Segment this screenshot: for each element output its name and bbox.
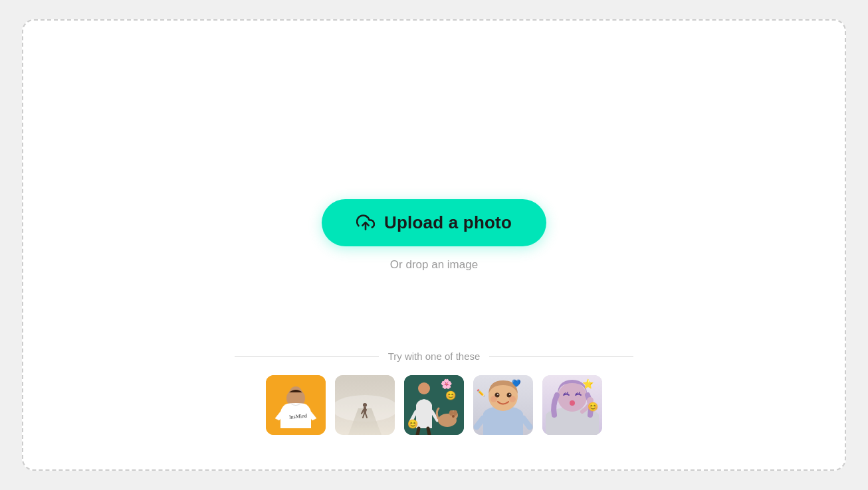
upload-button[interactable]: Upload a photo — [322, 199, 546, 246]
upload-button-label: Upload a photo — [384, 212, 512, 233]
svg-point-32 — [509, 396, 516, 402]
svg-point-31 — [490, 396, 497, 402]
svg-text:😊: 😊 — [588, 401, 599, 412]
drop-hint-text: Or drop an image — [390, 258, 478, 272]
sample-label: Try with one of these — [388, 351, 481, 362]
svg-text:😊: 😊 — [407, 418, 419, 430]
svg-point-29 — [497, 394, 498, 395]
upload-section: Upload a photo Or drop an image — [322, 199, 546, 272]
upload-icon — [356, 213, 375, 232]
svg-text:⭐: ⭐ — [582, 378, 594, 390]
sample-image-woman-kiss[interactable]: ⭐ 😊 — [542, 375, 602, 435]
svg-point-44 — [570, 400, 575, 406]
svg-point-30 — [509, 394, 510, 395]
sample-label-row: Try with one of these — [235, 351, 633, 362]
svg-rect-13 — [335, 375, 395, 435]
drop-zone[interactable]: Upload a photo Or drop an image Try with… — [22, 19, 846, 471]
sample-image-person-walking[interactable] — [335, 375, 395, 435]
sample-images-row: InsMind — [266, 375, 602, 435]
sample-image-child[interactable]: 💙 ✏️ — [473, 375, 533, 435]
svg-point-19 — [449, 410, 453, 416]
svg-text:💙: 💙 — [512, 378, 521, 388]
svg-point-15 — [418, 382, 430, 394]
svg-point-18 — [453, 410, 457, 416]
sample-image-tshirt[interactable]: InsMind — [266, 375, 326, 435]
svg-text:😊: 😊 — [445, 390, 457, 401]
sample-image-woman-dog[interactable]: 🌸 😊 😊 — [404, 375, 464, 435]
right-divider — [489, 356, 633, 357]
svg-point-4 — [289, 386, 302, 401]
svg-text:🌸: 🌸 — [441, 378, 453, 390]
sample-section: Try with one of these InsMi — [235, 351, 633, 435]
left-divider — [235, 356, 379, 357]
svg-text:✏️: ✏️ — [477, 388, 485, 397]
svg-point-20 — [452, 415, 455, 418]
